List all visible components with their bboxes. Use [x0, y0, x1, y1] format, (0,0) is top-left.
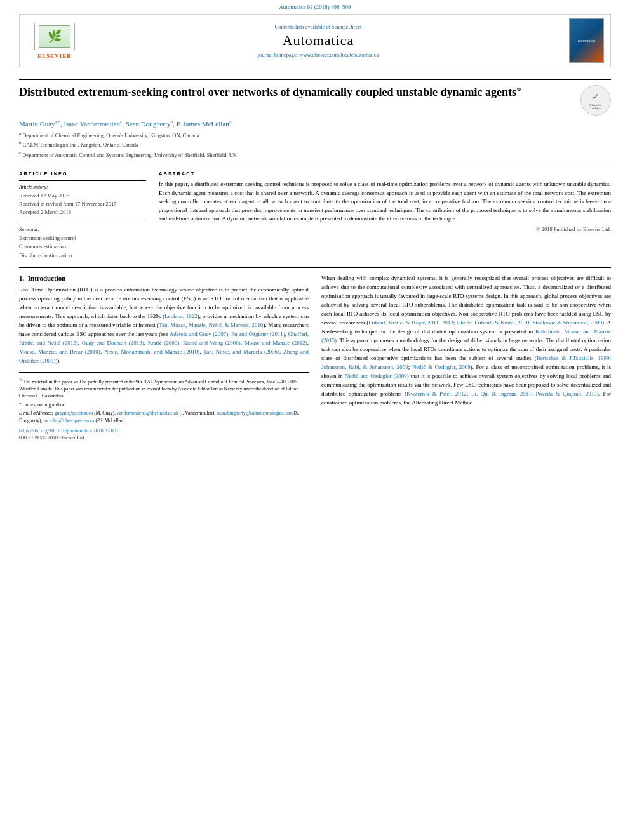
star-sup: ☆: [516, 86, 521, 93]
right-para-1: When dealing with complex dynamical syst…: [321, 274, 611, 407]
author-1: Martin Guay: [19, 120, 55, 128]
abstract-col: ABSTRACT In this paper, a distributed ex…: [159, 171, 611, 260]
affil-c: c Department of Automatic Control and Sy…: [19, 150, 611, 159]
article-history-box: Article history: Received 12 May 2015 Re…: [19, 180, 146, 220]
keywords-label: Keywords:: [19, 227, 146, 232]
issn-line: 0005-1098/© 2018 Elsevier Ltd.: [19, 435, 309, 441]
keyword-2: Consensus estimation: [19, 243, 146, 251]
body-content: 1. Introduction Real-Time Optimization (…: [19, 274, 611, 440]
authors-line: Martin Guaya,*, Isaac Vandermeulenc, Sea…: [19, 119, 611, 128]
automatica-cover: automatica: [569, 18, 604, 63]
contents-available: Contents lists available at ScienceDirec…: [83, 23, 553, 30]
footnote-emails: E-mail addresses: guaym@queensu.ca (M. G…: [19, 410, 309, 424]
body-right-col: When dealing with complex dynamical syst…: [321, 274, 611, 440]
journal-info-center: Contents lists available at ScienceDirec…: [83, 23, 553, 58]
article-info-abstract: ARTICLE INFO Article history: Received 1…: [19, 171, 611, 260]
doi-line: https://doi.org/10.1016/j.automatica.201…: [19, 428, 309, 434]
author-3: Sean Dougherty: [126, 120, 171, 128]
main-content: Distributed extremum-seeking control ove…: [0, 70, 630, 453]
journal-name: Automatica: [83, 32, 553, 49]
check-updates-badge: ✓ Check forupdates: [580, 85, 611, 116]
journal-citation: Automatica 93 (2018) 498–509: [0, 0, 630, 11]
elsevier-logo-area: 🌿 ELSEVIER: [26, 23, 83, 59]
received-date: Received 12 May 2015: [19, 192, 146, 200]
intro-title: 1. Introduction: [19, 274, 309, 282]
intro-para-1: Real-Time Optimization (RTO) is a proces…: [19, 286, 309, 365]
article-info-col: ARTICLE INFO Article history: Received 1…: [19, 171, 146, 260]
keyword-3: Distributed optimization: [19, 251, 146, 260]
author-2: Isaac Vandermeulen: [64, 120, 120, 128]
affiliations: a Department of Chemical Engineering, Qu…: [19, 130, 611, 159]
article-info-header: ARTICLE INFO: [19, 171, 146, 177]
body-left-col: 1. Introduction Real-Time Optimization (…: [19, 274, 309, 440]
homepage-link: journal homepage: www.elsevier.com/locat…: [83, 51, 553, 58]
affil-a: a Department of Chemical Engineering, Qu…: [19, 130, 611, 140]
revised-date: Received in revised form 17 November 201…: [19, 200, 146, 208]
author-4: P. James McLellan: [177, 120, 229, 128]
copyright-line: © 2018 Published by Elsevier Ltd.: [159, 226, 611, 232]
footnote-corresponding: * Corresponding author.: [19, 401, 309, 408]
affil-b: b CALM Technologies Inc., Kingston, Onta…: [19, 140, 611, 149]
top-divider: [19, 79, 611, 80]
check-icon: ✓: [592, 91, 600, 102]
automatica-thumb-text: automatica: [578, 39, 595, 43]
abstract-header: ABSTRACT: [159, 171, 611, 177]
thin-divider: [19, 164, 611, 164]
title-section: Distributed extremum-seeking control ove…: [19, 85, 611, 116]
footnote-star: ☆ The material in this paper will be par…: [19, 377, 309, 399]
journal-thumbnail: automatica: [553, 18, 604, 63]
paper-title: Distributed extremum-seeking control ove…: [19, 85, 580, 100]
keywords-section: Keywords: Extremum seeking control Conse…: [19, 227, 146, 260]
keyword-1: Extremum seeking control: [19, 234, 146, 243]
abstract-text: In this paper, a distributed extremum se…: [159, 180, 611, 223]
elsevier-wordmark: ELSEVIER: [37, 53, 72, 59]
history-label: Article history:: [19, 184, 146, 190]
accepted-date: Accepted 2 March 2018: [19, 208, 146, 217]
section-divider: [19, 267, 611, 268]
footnote-section: ☆ The material in this paper will be par…: [19, 372, 309, 441]
journal-header: 🌿 ELSEVIER Contents lists available at S…: [19, 14, 611, 67]
